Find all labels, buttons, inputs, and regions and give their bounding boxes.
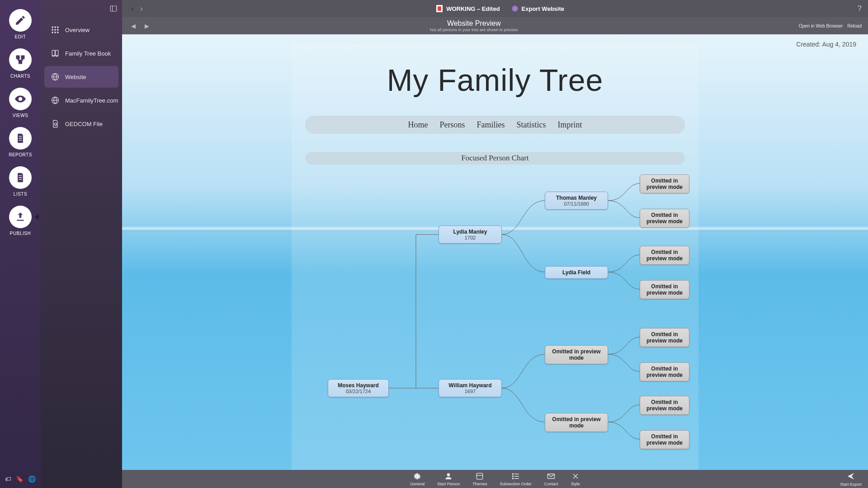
site-card: My Family Tree Home Persons Families Sta… [292,44,698,470]
list-icon [14,172,26,183]
export-globe-icon [512,5,518,12]
panel-mft-label: MacFamilyTree.com [65,97,118,104]
node-omitted: Omitted in preview mode [640,174,689,193]
node-lydia-manley[interactable]: Lydia Manley 1702 [439,225,502,244]
export-website-text: Export Website [522,5,564,12]
window-topbar: ‹ › WORKING – Edited Export Website ? [122,0,868,17]
node-omitted: Omitted in preview mode [640,396,689,415]
panel-gedcom[interactable]: GEDCOM File [44,113,118,135]
tag-icon[interactable]: 🏷 [5,475,11,483]
tool-start-person[interactable]: Start Person [437,472,460,486]
sidebar-toggle-icon[interactable] [109,5,118,13]
section-heading-text: Focused Person Chart [461,154,528,163]
site-navbar: Home Persons Families Statistics Imprint [305,116,685,134]
node-omitted: Omitted in preview mode [640,362,689,381]
nav-reports-label: REPORTS [9,152,32,157]
svg-rect-23 [548,474,555,479]
pencil-icon [14,14,26,26]
svg-rect-7 [57,29,58,30]
mail-icon [547,472,556,481]
help-button[interactable]: ? [858,5,868,13]
nav-lists[interactable]: LISTS [9,166,32,197]
doc-icon [436,5,443,12]
eye-icon [14,93,26,105]
svg-rect-5 [52,29,53,30]
tool-style[interactable]: Style [571,472,580,486]
panel-macfamilytree[interactable]: MacFamilyTree.com [44,89,118,111]
globe-icon [51,72,60,81]
focused-person-chart: Moses Hayward 03/22/1724 Lydia Manley 17… [310,178,689,449]
node-william-hayward[interactable]: William Hayward 1697 [439,379,502,397]
preview-forward[interactable]: ▶ [145,23,149,29]
gear-icon [413,472,422,481]
panel-overview[interactable]: Overview [44,19,118,41]
tool-themes[interactable]: Themes [472,472,487,486]
panel-website[interactable]: Website [44,66,118,88]
nav-edit-label: EDIT [15,34,26,39]
svg-point-22 [512,478,513,479]
preview-title: Website Preview [149,19,799,28]
node-omitted: Omitted in preview mode [640,430,689,449]
nav-imprint[interactable]: Imprint [558,120,582,130]
node-moses-hayward[interactable]: Moses Hayward 03/22/1724 [328,379,389,397]
file-icon [51,119,60,128]
tool-subsection-order[interactable]: Subsection Order [500,472,532,486]
section-heading: Focused Person Chart [305,152,685,164]
svg-point-20 [512,474,513,474]
nav-charts[interactable]: CHARTS [9,48,32,79]
node-lydia-field[interactable]: Lydia Field [545,266,608,279]
panel-family-tree-book[interactable]: Family Tree Book [44,42,118,64]
svg-rect-6 [54,29,56,30]
nav-views-label: VIEWS [13,113,28,118]
preview-back[interactable]: ◀ [131,23,136,29]
bookmark-icon[interactable]: 🔖 [16,475,24,483]
nav-views[interactable]: VIEWS [9,88,32,118]
svg-point-14 [447,473,450,476]
node-omitted: Omitted in preview mode [640,246,689,265]
node-omitted: Omitted in preview mode [640,280,689,299]
nav-statistics[interactable]: Statistics [517,120,546,130]
back-button[interactable]: ‹ [131,4,134,14]
start-export-button[interactable]: Start Export [840,471,862,487]
person-icon [444,472,453,481]
svg-rect-8 [52,32,53,33]
open-in-browser-link[interactable]: Open in Web Browser [799,23,843,28]
nav-publish-label: PUBLISH [10,231,31,236]
grid-icon [51,25,60,34]
node-omitted: Omitted in preview mode [640,209,689,228]
preview-header: ◀ ▶ Website Preview Not all persons in y… [122,17,868,34]
svg-rect-0 [110,6,117,11]
nav-edit[interactable]: EDIT [9,9,32,39]
site-title: My Family Tree [305,62,685,98]
reload-link[interactable]: Reload [847,23,862,28]
publish-panel: Overview Family Tree Book Website MacFam… [41,0,122,488]
nav-charts-label: CHARTS [10,74,30,79]
tool-general[interactable]: General [410,472,425,486]
svg-rect-4 [57,27,58,28]
nav-publish[interactable]: PUBLISH [9,206,32,236]
website-preview-canvas: Created: Aug 4, 2019 My Family Tree Home… [122,34,868,470]
nav-reports[interactable]: REPORTS [9,127,32,157]
style-icon [571,472,580,481]
share-icon [846,471,856,481]
nav-persons[interactable]: Persons [439,120,465,130]
created-date: Created: Aug 4, 2019 [796,41,856,48]
node-thomas-manley[interactable]: Thomas Manley 07/11/1680 [545,192,608,210]
bottom-toolbar: General Start Person Themes Subsection O… [122,470,868,488]
svg-point-13 [54,123,57,125]
document-title[interactable]: WORKING – Edited [436,5,500,12]
export-website-header[interactable]: Export Website [512,5,564,12]
nav-home[interactable]: Home [408,120,428,130]
nav-lists-label: LISTS [14,192,27,197]
nav-families[interactable]: Families [477,120,505,130]
panel-gedcom-label: GEDCOM File [65,121,103,127]
globe-small-icon[interactable]: 🌐 [28,475,36,483]
themes-icon [475,472,484,481]
charts-icon [14,54,26,66]
tool-contact[interactable]: Contact [544,472,558,486]
panel-overview-label: Overview [65,27,90,33]
node-omitted: Omitted in preview mode [545,345,608,364]
svg-rect-15 [477,473,483,479]
svg-rect-2 [52,27,53,28]
panel-website-label: Website [65,74,86,80]
